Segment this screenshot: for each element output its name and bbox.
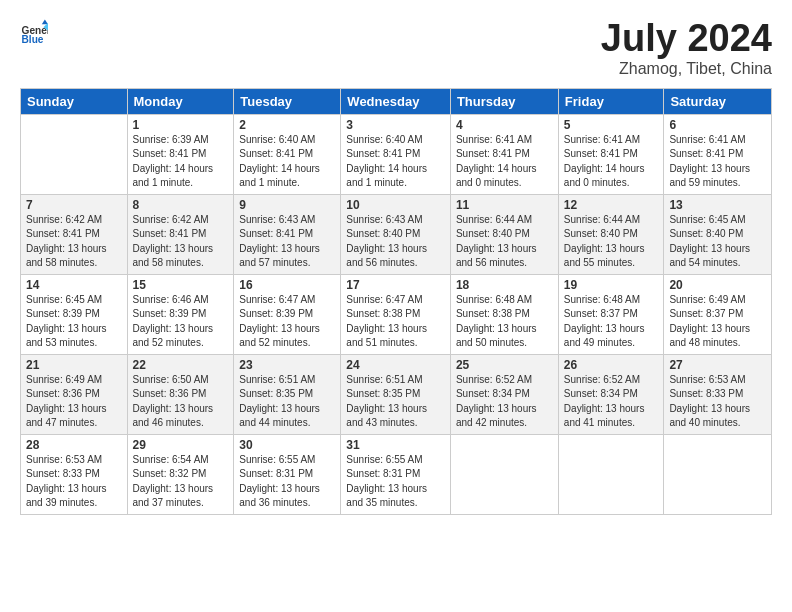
day-info: Sunrise: 6:46 AM Sunset: 8:39 PM Dayligh…	[133, 293, 229, 351]
calendar-day-cell: 29Sunrise: 6:54 AM Sunset: 8:32 PM Dayli…	[127, 434, 234, 514]
header-sunday: Sunday	[21, 88, 128, 114]
day-info: Sunrise: 6:48 AM Sunset: 8:38 PM Dayligh…	[456, 293, 553, 351]
day-number: 6	[669, 118, 766, 132]
calendar-day-cell: 3Sunrise: 6:40 AM Sunset: 8:41 PM Daylig…	[341, 114, 451, 194]
calendar-day-cell: 17Sunrise: 6:47 AM Sunset: 8:38 PM Dayli…	[341, 274, 451, 354]
day-number: 16	[239, 278, 335, 292]
day-info: Sunrise: 6:47 AM Sunset: 8:38 PM Dayligh…	[346, 293, 445, 351]
day-info: Sunrise: 6:39 AM Sunset: 8:41 PM Dayligh…	[133, 133, 229, 191]
day-number: 30	[239, 438, 335, 452]
day-number: 21	[26, 358, 122, 372]
page-header: General Blue July 2024 Zhamog, Tibet, Ch…	[20, 18, 772, 78]
day-number: 17	[346, 278, 445, 292]
day-info: Sunrise: 6:49 AM Sunset: 8:37 PM Dayligh…	[669, 293, 766, 351]
day-info: Sunrise: 6:41 AM Sunset: 8:41 PM Dayligh…	[456, 133, 553, 191]
day-info: Sunrise: 6:51 AM Sunset: 8:35 PM Dayligh…	[346, 373, 445, 431]
day-info: Sunrise: 6:43 AM Sunset: 8:41 PM Dayligh…	[239, 213, 335, 271]
header-friday: Friday	[558, 88, 664, 114]
day-info: Sunrise: 6:52 AM Sunset: 8:34 PM Dayligh…	[456, 373, 553, 431]
calendar-week-row: 1Sunrise: 6:39 AM Sunset: 8:41 PM Daylig…	[21, 114, 772, 194]
logo-icon: General Blue	[20, 18, 48, 46]
day-number: 23	[239, 358, 335, 372]
title-block: July 2024 Zhamog, Tibet, China	[601, 18, 772, 78]
day-info: Sunrise: 6:51 AM Sunset: 8:35 PM Dayligh…	[239, 373, 335, 431]
day-info: Sunrise: 6:40 AM Sunset: 8:41 PM Dayligh…	[346, 133, 445, 191]
header-wednesday: Wednesday	[341, 88, 451, 114]
day-number: 14	[26, 278, 122, 292]
day-number: 10	[346, 198, 445, 212]
day-info: Sunrise: 6:44 AM Sunset: 8:40 PM Dayligh…	[564, 213, 659, 271]
calendar-day-cell: 5Sunrise: 6:41 AM Sunset: 8:41 PM Daylig…	[558, 114, 664, 194]
day-info: Sunrise: 6:45 AM Sunset: 8:39 PM Dayligh…	[26, 293, 122, 351]
header-thursday: Thursday	[450, 88, 558, 114]
day-number: 7	[26, 198, 122, 212]
day-number: 27	[669, 358, 766, 372]
calendar-day-cell: 21Sunrise: 6:49 AM Sunset: 8:36 PM Dayli…	[21, 354, 128, 434]
calendar-table: Sunday Monday Tuesday Wednesday Thursday…	[20, 88, 772, 515]
month-title: July 2024	[601, 18, 772, 60]
day-info: Sunrise: 6:41 AM Sunset: 8:41 PM Dayligh…	[669, 133, 766, 191]
day-info: Sunrise: 6:50 AM Sunset: 8:36 PM Dayligh…	[133, 373, 229, 431]
day-info: Sunrise: 6:42 AM Sunset: 8:41 PM Dayligh…	[26, 213, 122, 271]
svg-text:Blue: Blue	[22, 34, 44, 45]
day-number: 12	[564, 198, 659, 212]
calendar-day-cell	[664, 434, 772, 514]
day-number: 18	[456, 278, 553, 292]
calendar-day-cell: 2Sunrise: 6:40 AM Sunset: 8:41 PM Daylig…	[234, 114, 341, 194]
header-tuesday: Tuesday	[234, 88, 341, 114]
header-monday: Monday	[127, 88, 234, 114]
calendar-day-cell: 7Sunrise: 6:42 AM Sunset: 8:41 PM Daylig…	[21, 194, 128, 274]
location-subtitle: Zhamog, Tibet, China	[601, 60, 772, 78]
calendar-day-cell: 12Sunrise: 6:44 AM Sunset: 8:40 PM Dayli…	[558, 194, 664, 274]
day-number: 22	[133, 358, 229, 372]
calendar-day-cell: 26Sunrise: 6:52 AM Sunset: 8:34 PM Dayli…	[558, 354, 664, 434]
calendar-day-cell	[450, 434, 558, 514]
calendar-day-cell: 30Sunrise: 6:55 AM Sunset: 8:31 PM Dayli…	[234, 434, 341, 514]
day-info: Sunrise: 6:42 AM Sunset: 8:41 PM Dayligh…	[133, 213, 229, 271]
day-info: Sunrise: 6:48 AM Sunset: 8:37 PM Dayligh…	[564, 293, 659, 351]
calendar-day-cell: 28Sunrise: 6:53 AM Sunset: 8:33 PM Dayli…	[21, 434, 128, 514]
logo: General Blue	[20, 18, 48, 46]
calendar-day-cell: 10Sunrise: 6:43 AM Sunset: 8:40 PM Dayli…	[341, 194, 451, 274]
day-number: 28	[26, 438, 122, 452]
calendar-day-cell: 24Sunrise: 6:51 AM Sunset: 8:35 PM Dayli…	[341, 354, 451, 434]
calendar-day-cell: 25Sunrise: 6:52 AM Sunset: 8:34 PM Dayli…	[450, 354, 558, 434]
day-number: 13	[669, 198, 766, 212]
calendar-week-row: 14Sunrise: 6:45 AM Sunset: 8:39 PM Dayli…	[21, 274, 772, 354]
day-info: Sunrise: 6:40 AM Sunset: 8:41 PM Dayligh…	[239, 133, 335, 191]
calendar-day-cell: 14Sunrise: 6:45 AM Sunset: 8:39 PM Dayli…	[21, 274, 128, 354]
calendar-day-cell	[558, 434, 664, 514]
calendar-day-cell: 27Sunrise: 6:53 AM Sunset: 8:33 PM Dayli…	[664, 354, 772, 434]
day-info: Sunrise: 6:47 AM Sunset: 8:39 PM Dayligh…	[239, 293, 335, 351]
day-info: Sunrise: 6:55 AM Sunset: 8:31 PM Dayligh…	[346, 453, 445, 511]
day-number: 3	[346, 118, 445, 132]
day-number: 15	[133, 278, 229, 292]
day-number: 20	[669, 278, 766, 292]
day-info: Sunrise: 6:53 AM Sunset: 8:33 PM Dayligh…	[669, 373, 766, 431]
day-number: 9	[239, 198, 335, 212]
day-number: 19	[564, 278, 659, 292]
day-number: 4	[456, 118, 553, 132]
day-number: 24	[346, 358, 445, 372]
calendar-day-cell: 22Sunrise: 6:50 AM Sunset: 8:36 PM Dayli…	[127, 354, 234, 434]
day-info: Sunrise: 6:45 AM Sunset: 8:40 PM Dayligh…	[669, 213, 766, 271]
calendar-day-cell: 19Sunrise: 6:48 AM Sunset: 8:37 PM Dayli…	[558, 274, 664, 354]
day-info: Sunrise: 6:44 AM Sunset: 8:40 PM Dayligh…	[456, 213, 553, 271]
day-number: 31	[346, 438, 445, 452]
calendar-day-cell: 13Sunrise: 6:45 AM Sunset: 8:40 PM Dayli…	[664, 194, 772, 274]
calendar-day-cell: 6Sunrise: 6:41 AM Sunset: 8:41 PM Daylig…	[664, 114, 772, 194]
calendar-day-cell: 4Sunrise: 6:41 AM Sunset: 8:41 PM Daylig…	[450, 114, 558, 194]
day-info: Sunrise: 6:52 AM Sunset: 8:34 PM Dayligh…	[564, 373, 659, 431]
day-info: Sunrise: 6:54 AM Sunset: 8:32 PM Dayligh…	[133, 453, 229, 511]
calendar-day-cell: 20Sunrise: 6:49 AM Sunset: 8:37 PM Dayli…	[664, 274, 772, 354]
svg-marker-2	[42, 20, 48, 25]
calendar-day-cell: 11Sunrise: 6:44 AM Sunset: 8:40 PM Dayli…	[450, 194, 558, 274]
calendar-day-cell: 18Sunrise: 6:48 AM Sunset: 8:38 PM Dayli…	[450, 274, 558, 354]
day-info: Sunrise: 6:49 AM Sunset: 8:36 PM Dayligh…	[26, 373, 122, 431]
day-info: Sunrise: 6:55 AM Sunset: 8:31 PM Dayligh…	[239, 453, 335, 511]
calendar-day-cell: 8Sunrise: 6:42 AM Sunset: 8:41 PM Daylig…	[127, 194, 234, 274]
calendar-day-cell: 1Sunrise: 6:39 AM Sunset: 8:41 PM Daylig…	[127, 114, 234, 194]
day-info: Sunrise: 6:41 AM Sunset: 8:41 PM Dayligh…	[564, 133, 659, 191]
calendar-day-cell: 15Sunrise: 6:46 AM Sunset: 8:39 PM Dayli…	[127, 274, 234, 354]
day-number: 8	[133, 198, 229, 212]
